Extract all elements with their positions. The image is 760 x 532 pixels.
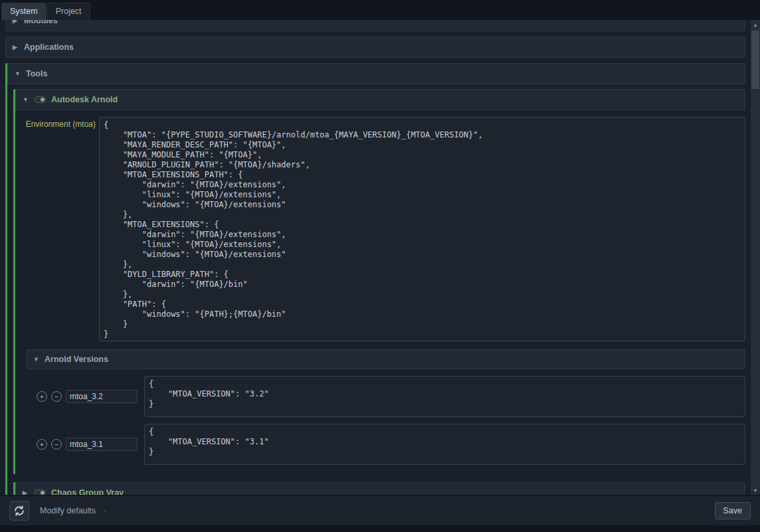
group-autodesk-arnold: ▼ Autodesk Arnold Environment (mtoa) { "… [13, 89, 745, 474]
section-header-modules[interactable]: ▶ Modules [5, 20, 745, 31]
version-row: + − { "MTOA_VERSION": "3.2" } [37, 376, 745, 417]
vertical-scrollbar: ▲ ▼ [751, 20, 760, 495]
add-version-button[interactable]: + [37, 439, 47, 450]
toggle-knob [41, 491, 45, 495]
environment-label: Environment (mtoa) [17, 117, 99, 129]
chevron-down-icon: ▼ [33, 356, 45, 363]
toggle-knob [41, 98, 45, 102]
scroll-down-arrow-icon[interactable]: ▼ [751, 486, 760, 495]
version-json-editor[interactable]: { "MTOA_VERSION": "3.1" } [144, 424, 745, 465]
settings-content: ▶ Modules ▶ Applications ▼ Tools ▼ [0, 20, 751, 495]
save-button[interactable]: Save [715, 502, 751, 519]
tab-bar: System Project [0, 0, 760, 20]
section-label-arnold-versions: Arnold Versions [45, 355, 108, 364]
arnold-enabled-toggle[interactable] [34, 96, 46, 103]
footer-bar: Modify defaults Save [0, 495, 760, 525]
section-label-modules: Modules [24, 20, 58, 25]
tab-system[interactable]: System [1, 3, 47, 20]
chevron-down-icon: ▼ [23, 96, 34, 103]
chevron-right-icon: ▶ [23, 489, 34, 495]
arnold-body: Environment (mtoa) { "MTOA": "{PYPE_STUD… [15, 110, 745, 474]
scroll-up-arrow-icon[interactable]: ▲ [751, 20, 760, 29]
section-label-tools: Tools [26, 69, 47, 78]
group-title-chaos-group-vray: Chaos Group Vray [51, 488, 124, 495]
vray-enabled-toggle[interactable] [34, 489, 46, 495]
modify-defaults-label: Modify defaults [40, 506, 96, 515]
group-title-autodesk-arnold: Autodesk Arnold [51, 95, 118, 104]
environment-json-editor[interactable]: { "MTOA": "{PYPE_STUDIO_SOFTWARE}/arnold… [99, 117, 745, 341]
section-header-applications[interactable]: ▶ Applications [5, 37, 745, 58]
section-group-tools: ▼ Tools ▼ Autodesk Arnold [5, 63, 745, 495]
version-name-input[interactable] [66, 438, 138, 451]
add-version-button[interactable]: + [37, 391, 47, 402]
group-header-chaos-group-vray[interactable]: ▶ Chaos Group Vray [15, 482, 745, 495]
remove-version-button[interactable]: − [51, 439, 62, 450]
chevron-right-icon: ▶ [13, 20, 24, 24]
remove-version-button[interactable]: − [51, 391, 62, 402]
chevron-right-icon: ▶ [13, 44, 24, 50]
refresh-icon [14, 505, 25, 516]
tab-project[interactable]: Project [47, 3, 90, 20]
settings-scroll-area: ▶ Modules ▶ Applications ▼ Tools ▼ [0, 20, 760, 495]
version-row: + − { "MTOA_VERSION": "3.1" } [37, 424, 745, 465]
modify-defaults-checkbox[interactable] [102, 508, 108, 514]
group-header-autodesk-arnold[interactable]: ▼ Autodesk Arnold [15, 89, 745, 110]
version-name-input[interactable] [66, 390, 138, 403]
refresh-button[interactable] [9, 501, 29, 521]
tools-body: ▼ Autodesk Arnold Environment (mtoa) { "… [7, 84, 745, 495]
group-chaos-group-vray: ▶ Chaos Group Vray [13, 482, 745, 495]
window-bottom-edge [0, 525, 760, 532]
section-label-applications: Applications [24, 43, 74, 52]
chevron-down-icon: ▼ [15, 70, 26, 77]
version-json-editor[interactable]: { "MTOA_VERSION": "3.2" } [144, 376, 745, 417]
environment-row: Environment (mtoa) { "MTOA": "{PYPE_STUD… [17, 117, 745, 341]
section-header-tools[interactable]: ▼ Tools [7, 63, 745, 84]
settings-window: System Project ▶ Modules ▶ Applications … [0, 0, 760, 532]
section-header-arnold-versions[interactable]: ▼ Arnold Versions [26, 349, 745, 369]
scrollbar-thumb[interactable] [751, 31, 759, 89]
